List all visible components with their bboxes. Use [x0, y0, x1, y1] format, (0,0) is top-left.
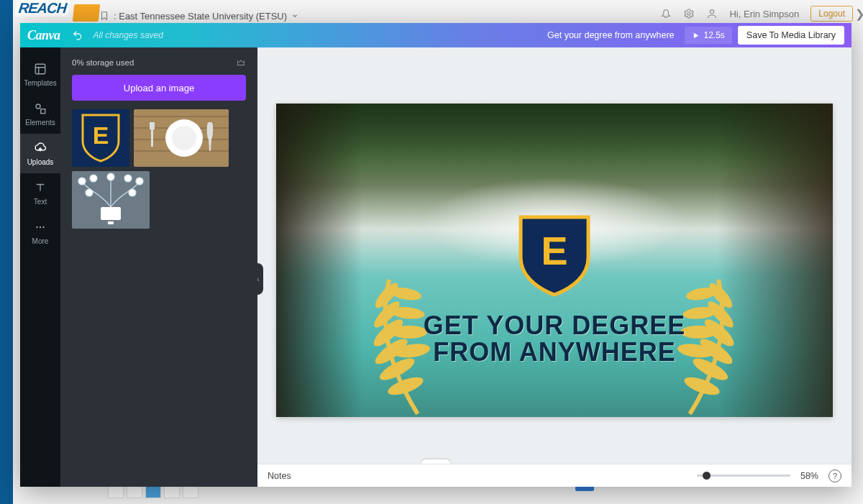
templates-icon [33, 62, 47, 76]
svg-point-7 [42, 226, 44, 228]
svg-point-25 [136, 178, 143, 185]
status-bar: Notes 58% ? [257, 464, 851, 487]
undo-button[interactable] [70, 28, 85, 42]
canva-logo[interactable]: Canva [27, 28, 60, 43]
preview-button[interactable]: 12.5s [685, 27, 732, 44]
play-icon [692, 32, 700, 40]
svg-point-3 [36, 104, 40, 109]
svg-text:E: E [93, 122, 109, 149]
svg-point-27 [129, 189, 136, 196]
chevron-down-icon [291, 12, 298, 19]
svg-rect-19 [101, 207, 121, 220]
upload-thumb-shield[interactable]: E [72, 109, 129, 167]
trees-left [276, 104, 362, 417]
upload-thumb-plate[interactable] [134, 109, 229, 167]
rail-elements[interactable]: Elements [20, 94, 60, 134]
reach-logo-accent [73, 4, 101, 22]
save-to-library-button[interactable]: Save To Media Library [738, 26, 844, 45]
svg-point-22 [90, 175, 97, 182]
editor-header: Canva All changes saved Get your degree … [20, 23, 851, 47]
crest-shield[interactable]: E [515, 213, 594, 299]
reach-logo-text: REACH [15, 0, 70, 17]
canvas-area: E GET YOUR DEGREE FROM ANYWHERE Notes 58… [257, 47, 851, 487]
notes-button[interactable]: Notes [268, 471, 291, 481]
rail-uploads[interactable]: Uploads [20, 134, 60, 173]
zoom-slider-thumb[interactable] [703, 472, 711, 480]
rail-more[interactable]: More [20, 213, 60, 252]
text-icon [33, 180, 47, 195]
more-icon [33, 220, 47, 234]
artboard-heading[interactable]: GET YOUR DEGREE FROM ANYWHERE [424, 312, 685, 367]
reach-topright: Hi, Erin Simpson Logout [660, 6, 853, 22]
reach-logo[interactable]: REACH [16, 0, 69, 22]
document-title[interactable]: Get your degree from anywhere [547, 30, 674, 40]
rail-label: More [32, 237, 49, 245]
rail-label: Uploads [27, 158, 54, 166]
panel-collapse-handle[interactable]: ‹ [253, 263, 263, 295]
save-status: All changes saved [93, 30, 163, 40]
svg-point-16 [172, 126, 196, 150]
uploads-icon [33, 141, 47, 155]
svg-point-5 [36, 226, 37, 228]
rail-label: Elements [25, 119, 55, 127]
heading-line2: FROM ANYWHERE [433, 337, 676, 367]
artboard[interactable]: E GET YOUR DEGREE FROM ANYWHERE [276, 104, 833, 417]
storage-text: 0% storage used [72, 58, 134, 67]
upload-thumbnails: E [72, 109, 246, 229]
greeting-text: Hi, Erin Simpson [729, 9, 799, 19]
zoom-controls: 58% ? [697, 469, 841, 482]
elements-icon [33, 101, 47, 116]
editor-body: Templates Elements Uploads Text [20, 47, 851, 487]
svg-point-1 [711, 10, 714, 14]
user-icon[interactable] [706, 8, 718, 19]
bell-icon[interactable] [660, 8, 672, 19]
zoom-percent: 58% [800, 471, 818, 481]
reach-left-nav [0, 0, 13, 504]
svg-point-0 [688, 12, 690, 15]
storage-row: 0% storage used [72, 55, 246, 75]
stage[interactable]: E GET YOUR DEGREE FROM ANYWHERE [257, 47, 851, 464]
gear-icon[interactable] [683, 8, 695, 19]
svg-rect-2 [35, 64, 45, 74]
play-time: 12.5s [704, 30, 725, 40]
rail-label: Templates [24, 79, 57, 87]
heading-line1: GET YOUR DEGREE [424, 311, 685, 340]
rail-label: Text [34, 198, 47, 206]
rail-templates[interactable]: Templates [20, 55, 60, 94]
svg-point-24 [124, 175, 132, 182]
logout-button[interactable]: Logout [811, 6, 853, 22]
svg-point-21 [78, 178, 86, 185]
uploads-panel: 0% storage used Upload an image E [60, 47, 257, 487]
svg-point-26 [86, 189, 93, 196]
org-selector[interactable]: : East Tennessee State University (ETSU) [99, 11, 298, 22]
zoom-slider[interactable] [697, 475, 790, 477]
svg-rect-20 [108, 221, 114, 224]
svg-point-23 [107, 173, 114, 180]
upload-image-button[interactable]: Upload an image [72, 75, 246, 101]
org-name: : East Tennessee State University (ETSU) [114, 11, 287, 22]
crown-icon[interactable] [236, 58, 246, 68]
svg-rect-4 [41, 109, 45, 114]
svg-point-6 [40, 226, 41, 228]
canva-editor: Canva All changes saved Get your degree … [20, 23, 851, 487]
crest-letter: E [541, 228, 567, 273]
left-rail: Templates Elements Uploads Text [20, 47, 60, 487]
bookmark-icon [99, 11, 109, 21]
upload-thumb-tech[interactable] [72, 171, 150, 229]
upload-button-label: Upload an image [124, 83, 194, 93]
undo-icon [72, 29, 83, 41]
help-button[interactable]: ? [828, 469, 841, 482]
rail-text[interactable]: Text [20, 173, 60, 213]
